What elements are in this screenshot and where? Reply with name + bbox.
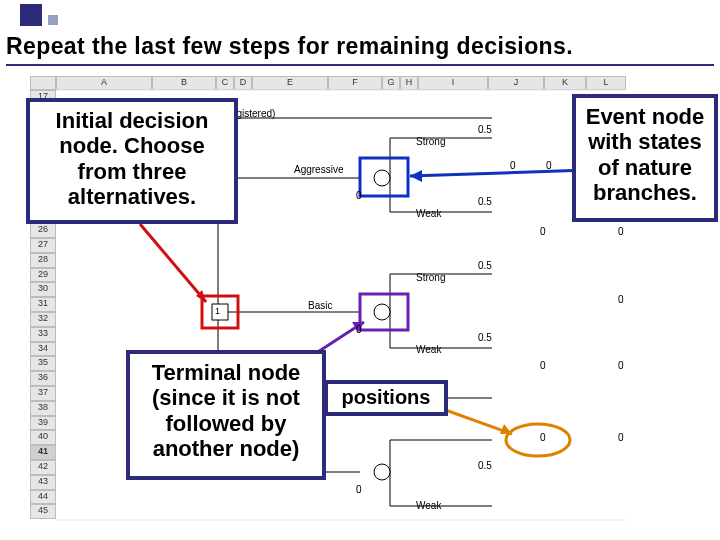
- svg-marker-32: [500, 424, 512, 434]
- col-L: L: [586, 76, 626, 90]
- row-31: 31: [30, 297, 56, 312]
- col-J: J: [488, 76, 544, 90]
- svg-rect-23: [360, 294, 408, 330]
- row-26: 26: [30, 223, 56, 238]
- state-weak-4: Weak: [416, 500, 441, 511]
- col-E: E: [252, 76, 328, 90]
- state-weak-1: Weak: [416, 208, 441, 219]
- row-36: 36: [30, 371, 56, 386]
- end-zero-2a: 0: [618, 294, 624, 305]
- row-41: 41: [30, 445, 56, 460]
- row-35: 35: [30, 356, 56, 371]
- payoff-strong-1a: 0: [510, 160, 516, 171]
- basic-zero: 0: [356, 324, 362, 335]
- branch-label-aggressive: Aggressive: [294, 164, 343, 175]
- svg-point-24: [506, 424, 570, 456]
- svg-rect-22: [360, 158, 408, 196]
- svg-marker-28: [410, 170, 422, 182]
- slide-title: Repeat the last few steps for remaining …: [6, 33, 714, 60]
- callout-terminal-node: Terminal node (since it is not followed …: [126, 350, 326, 480]
- row-38: 38: [30, 401, 56, 416]
- row-34: 34: [30, 342, 56, 357]
- accent-square-small: [48, 15, 58, 25]
- svg-point-19: [374, 304, 390, 320]
- prob-weak-4: 0.5: [478, 460, 492, 471]
- col-A: A: [56, 76, 152, 90]
- svg-point-18: [374, 170, 390, 186]
- state-strong-1: Strong: [416, 136, 445, 147]
- prob-strong-1: 0.5: [478, 124, 492, 135]
- low-zero: 0: [356, 484, 362, 495]
- state-weak-2: Weak: [416, 344, 441, 355]
- prob-strong-2: 0.5: [478, 260, 492, 271]
- spreadsheet-column-headers: A B C D E F G H I J K L: [56, 76, 626, 90]
- prob-weak-1: 0.5: [478, 196, 492, 207]
- end-zero-3a: 0: [618, 432, 624, 443]
- col-I: I: [418, 76, 488, 90]
- row-39: 39: [30, 416, 56, 431]
- payoff-pos-a: 0: [540, 432, 546, 443]
- row-40: 40: [30, 430, 56, 445]
- end-zero-1b: 0: [618, 226, 624, 237]
- callout-initial-decision: Initial decision node. Choose from three…: [26, 98, 238, 224]
- col-C: C: [216, 76, 234, 90]
- state-strong-2: Strong: [416, 272, 445, 283]
- accent-square-large: [20, 4, 42, 26]
- col-D: D: [234, 76, 252, 90]
- row-32: 32: [30, 312, 56, 327]
- col-K: K: [544, 76, 586, 90]
- title-divider: [6, 64, 714, 66]
- svg-line-27: [410, 170, 588, 176]
- decision-node-id: 1: [215, 306, 220, 316]
- prob-weak-2: 0.5: [478, 332, 492, 343]
- row-29: 29: [30, 268, 56, 283]
- row-43: 43: [30, 475, 56, 490]
- row-27: 27: [30, 238, 56, 253]
- row-42: 42: [30, 460, 56, 475]
- payoff-weak-1: 0: [540, 226, 546, 237]
- row-33: 33: [30, 327, 56, 342]
- col-H: H: [400, 76, 418, 90]
- col-B: B: [152, 76, 216, 90]
- branch-label-basic: Basic: [308, 300, 332, 311]
- svg-line-25: [140, 224, 206, 302]
- callout-event-node: Event node with states of nature branche…: [572, 94, 718, 222]
- row-44: 44: [30, 490, 56, 505]
- aggr-zero: 0: [356, 190, 362, 201]
- row-45: 45: [30, 504, 56, 519]
- svg-line-31: [440, 408, 512, 434]
- payoff-strong-1b: 0: [546, 160, 552, 171]
- col-F: F: [328, 76, 382, 90]
- end-zero-2b: 0: [618, 360, 624, 371]
- callout-positions: positions: [324, 380, 448, 416]
- row-28: 28: [30, 253, 56, 268]
- row-37: 37: [30, 386, 56, 401]
- svg-marker-26: [196, 290, 206, 302]
- payoff-weak-2: 0: [540, 360, 546, 371]
- svg-point-20: [374, 464, 390, 480]
- row-30: 30: [30, 282, 56, 297]
- col-G: G: [382, 76, 400, 90]
